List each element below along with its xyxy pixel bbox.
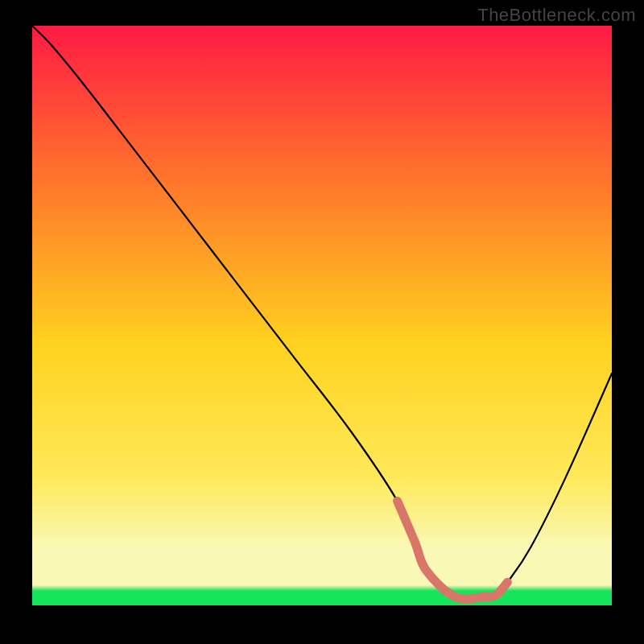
chart-gradient-bg	[32, 26, 612, 605]
chart-container: TheBottleneck.com	[0, 0, 644, 644]
chart-svg	[32, 26, 612, 605]
chart-plot-frame	[32, 26, 612, 605]
watermark-text: TheBottleneck.com	[477, 5, 636, 26]
